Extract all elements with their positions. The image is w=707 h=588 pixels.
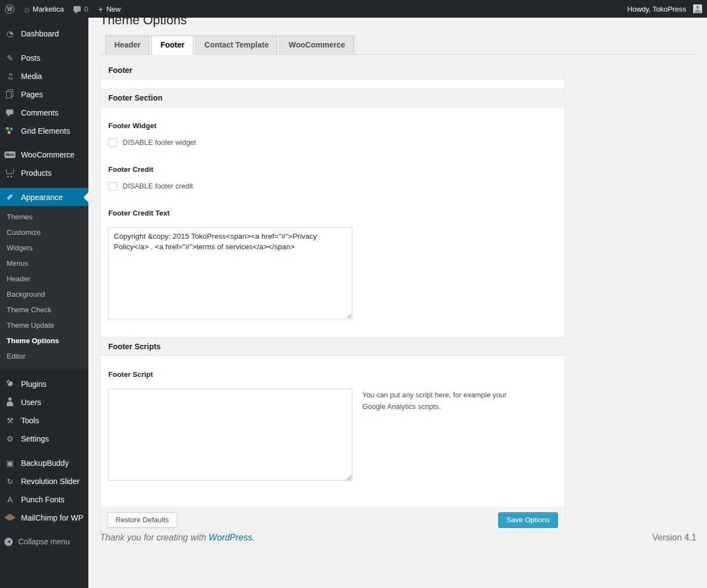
sidebar-subitem-menus[interactable]: Menus xyxy=(0,255,88,271)
posts-icon: ✎ xyxy=(4,53,15,62)
sidebar-item-revolution-slider[interactable]: ↻Revolution Slider xyxy=(0,472,88,490)
new-content-menu[interactable]: + New xyxy=(93,0,126,18)
sidebar-subitem-theme-options[interactable]: Theme Options xyxy=(0,333,88,348)
settings-icon: ⚙ xyxy=(4,434,15,443)
woocommerce-icon: Woo xyxy=(4,151,15,159)
panel-gap xyxy=(101,80,564,88)
sidebar-item-punch-fonts[interactable]: APunch Fonts xyxy=(0,490,88,508)
footer-widget-label: Footer Widget xyxy=(108,122,557,130)
disable-footer-credit-checkbox[interactable] xyxy=(108,182,117,191)
sidebar-item-label: Appearance xyxy=(21,193,63,202)
appearance-submenu: ThemesCustomizeWidgetsMenusHeaderBackgro… xyxy=(0,206,88,369)
footer-script-description: You can put any script here, for example… xyxy=(362,389,531,413)
footer-script-textarea[interactable] xyxy=(108,389,352,481)
comment-bubble-icon xyxy=(73,6,81,12)
howdy-account-menu[interactable]: Howdy, TokoPress xyxy=(622,0,707,18)
panel-heading: Footer xyxy=(101,61,564,80)
sidebar-item-pages[interactable]: Pages xyxy=(0,85,88,103)
plugins-icon xyxy=(3,376,17,391)
footer-version: Version 4.1 xyxy=(652,533,697,543)
users-icon xyxy=(4,397,15,407)
sidebar-item-label: WooCommerce xyxy=(21,150,75,159)
disable-footer-widget-label: DISABLE footer widget xyxy=(123,138,196,146)
tools-icon: ⚒ xyxy=(4,416,15,425)
plus-icon: + xyxy=(98,5,103,13)
panel-action-bar: Restore Defaults Save Options xyxy=(101,507,564,532)
media-icon: ♫ xyxy=(4,71,15,81)
sidebar-item-label: Comments xyxy=(21,108,59,117)
footer-section-heading: Footer Section xyxy=(101,88,564,107)
sidebar-item-label: Plugins xyxy=(21,380,46,389)
grid-icon xyxy=(4,126,15,135)
sidebar-item-posts[interactable]: ✎Posts xyxy=(0,49,88,67)
wordpress-link[interactable]: WordPress. xyxy=(209,533,255,542)
wordpress-logo-icon: W xyxy=(5,4,14,14)
admin-bar: W ⌂ Marketica 0 + New Howdy, TokoPress xyxy=(0,0,707,18)
sidebar-item-collapse-menu[interactable]: ◀Collapse menu xyxy=(0,533,88,550)
howdy-label: Howdy, TokoPress xyxy=(627,5,686,13)
revslider-icon: ↻ xyxy=(4,476,15,486)
sidebar-subitem-editor[interactable]: Editor xyxy=(0,348,88,364)
sidebar-subitem-customize[interactable]: Customize xyxy=(0,224,88,240)
tab-woocommerce[interactable]: WooCommerce xyxy=(279,35,354,54)
main-content: Theme Options HeaderFooterContact Templa… xyxy=(88,0,707,543)
mailchimp-icon xyxy=(4,513,15,522)
sidebar-subitem-theme-check[interactable]: Theme Check xyxy=(0,302,88,317)
site-name-label: Marketica xyxy=(33,5,64,13)
sidebar-item-backupbuddy[interactable]: ▣BackupBuddy xyxy=(0,454,88,472)
comments-icon xyxy=(4,108,15,117)
sidebar-item-appearance[interactable]: ✐Appearance xyxy=(0,188,88,206)
comments-admin-bar-link[interactable]: 0 xyxy=(68,0,93,18)
site-name-link[interactable]: ⌂ Marketica xyxy=(19,0,68,18)
footer-section-body: Footer Widget DISABLE footer widget Foot… xyxy=(101,107,564,337)
user-avatar xyxy=(693,4,702,13)
footer-scripts-body: Footer Script You can put any script her… xyxy=(101,356,564,507)
footer-credit-text-textarea[interactable]: Copyright &copy; 2015 TokoPress<span><a … xyxy=(108,227,352,319)
sidebar-menu: ◔Dashboard✎Posts♫MediaPagesCommentsGrid … xyxy=(0,24,88,550)
wordpress-logo-menu[interactable]: W xyxy=(0,0,19,18)
sidebar-item-label: Posts xyxy=(21,54,40,62)
sidebar-subitem-background[interactable]: Background xyxy=(0,286,88,302)
pages-icon xyxy=(4,90,15,99)
sidebar-item-label: Punch Fonts xyxy=(21,495,65,504)
sidebar-item-plugins[interactable]: Plugins xyxy=(0,375,88,393)
disable-footer-credit-label: DISABLE footer credit xyxy=(123,182,193,190)
sidebar-item-users[interactable]: Users xyxy=(0,393,88,411)
sidebar-item-label: Revolution Slider xyxy=(21,477,80,486)
theme-options-panel: Footer Footer Section Footer Widget DISA… xyxy=(100,61,565,533)
footer-thanks-text: Thank you for creating with xyxy=(100,533,209,542)
punchfonts-icon: A xyxy=(4,495,15,504)
tab-footer[interactable]: Footer xyxy=(151,35,193,55)
footer-scripts-heading: Footer Scripts xyxy=(101,337,564,356)
sidebar-item-products[interactable]: Products xyxy=(0,164,88,182)
restore-defaults-button[interactable]: Restore Defaults xyxy=(107,512,177,528)
sidebar-item-settings[interactable]: ⚙Settings xyxy=(0,429,88,448)
new-label: New xyxy=(106,5,120,13)
sidebar-item-grid-elements[interactable]: Grid Elements xyxy=(0,122,88,140)
sidebar-item-label: Products xyxy=(21,169,51,177)
footer-credit-text-label: Footer Credit Text xyxy=(108,209,557,217)
sidebar-item-label: BackupBuddy xyxy=(21,459,68,468)
sidebar-subitem-themes[interactable]: Themes xyxy=(0,209,88,224)
footer-script-label: Footer Script xyxy=(108,370,557,379)
sidebar-item-label: Dashboard xyxy=(21,29,59,38)
sidebar-item-label: Pages xyxy=(21,90,43,99)
sidebar-item-comments[interactable]: Comments xyxy=(0,103,88,122)
tab-header[interactable]: Header xyxy=(105,35,149,54)
sidebar-item-dashboard[interactable]: ◔Dashboard xyxy=(0,24,88,43)
sidebar-item-label: Settings xyxy=(21,434,49,443)
tab-contact-template[interactable]: Contact Template xyxy=(196,35,277,54)
page-footer: Thank you for creating with WordPress. V… xyxy=(100,533,697,543)
sidebar-item-tools[interactable]: ⚒Tools xyxy=(0,411,88,429)
sidebar-item-mailchimp-for-wp[interactable]: MailChimp for WP xyxy=(0,508,88,527)
sidebar-item-media[interactable]: ♫Media xyxy=(0,67,88,85)
sidebar-item-label: Users xyxy=(21,398,41,407)
sidebar-subitem-header[interactable]: Header xyxy=(0,271,88,286)
collapse-icon: ◀ xyxy=(4,538,13,546)
sidebar-subitem-widgets[interactable]: Widgets xyxy=(0,240,88,255)
save-options-button[interactable]: Save Options xyxy=(498,512,558,528)
sidebar-subitem-theme-update[interactable]: Theme Update xyxy=(0,317,88,333)
sidebar-item-label: Tools xyxy=(21,416,39,425)
disable-footer-widget-checkbox[interactable] xyxy=(108,138,117,147)
sidebar-item-woocommerce[interactable]: WooWooCommerce xyxy=(0,146,88,164)
